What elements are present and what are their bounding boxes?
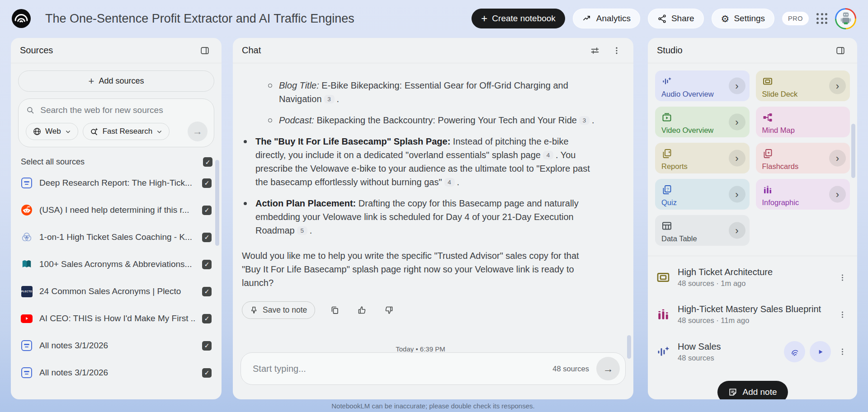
scrollbar-thumb[interactable]: [851, 124, 855, 178]
notebook-title[interactable]: The One-Sentence Profit Extractor and AI…: [45, 12, 354, 26]
thumbs-down-icon[interactable]: [381, 303, 396, 318]
studio-card-reports[interactable]: Reports ›: [655, 143, 750, 173]
app-header: The One-Sentence Profit Extractor and AI…: [0, 0, 868, 37]
source-row[interactable]: All notes 3/1/2026 ✓: [18, 359, 214, 386]
source-row[interactable]: 1-on-1 High Ticket Sales Coaching - K...…: [18, 224, 214, 251]
copy-icon[interactable]: [327, 303, 342, 318]
source-checkbox[interactable]: ✓: [202, 260, 212, 269]
youtube-source-icon: [21, 313, 33, 324]
sources-panel-title: Sources: [20, 45, 53, 56]
studio-card-slide-deck[interactable]: Slide Deck ›: [756, 70, 850, 101]
artifact-more-menu-icon[interactable]: [835, 344, 849, 360]
artifact-meta: 48 sources · 11m ago: [678, 316, 828, 325]
chevron-right-icon[interactable]: ›: [729, 78, 745, 94]
studio-card-video-overview[interactable]: Video Overview ›: [655, 107, 750, 137]
source-checkbox[interactable]: ✓: [202, 206, 212, 215]
studio-card-data-table[interactable]: Data Table ›: [655, 215, 750, 246]
source-count-label: 48 sources: [552, 365, 589, 373]
chevron-right-icon[interactable]: ›: [729, 114, 745, 131]
plus-icon: +: [481, 13, 487, 24]
citation-chip[interactable]: 4: [444, 178, 455, 187]
source-checkbox[interactable]: ✓: [202, 341, 212, 351]
chevron-right-icon[interactable]: ›: [829, 186, 846, 203]
source-checkbox[interactable]: ✓: [202, 368, 212, 378]
chevron-right-icon[interactable]: ›: [829, 78, 846, 94]
google-apps-grid-icon[interactable]: [816, 13, 827, 24]
citation-chip[interactable]: 3: [579, 116, 590, 125]
chevron-right-icon[interactable]: ›: [829, 150, 846, 167]
add-note-button[interactable]: Add note: [717, 381, 788, 399]
create-notebook-button[interactable]: + Create notebook: [472, 9, 565, 28]
research-mode-dropdown[interactable]: Fast Research: [83, 123, 170, 140]
source-checkbox[interactable]: ✓: [202, 287, 212, 296]
citation-chip[interactable]: 4: [543, 151, 553, 159]
check-icon: ✓: [205, 159, 211, 165]
chat-input[interactable]: [253, 364, 552, 374]
web-filter-dropdown[interactable]: Web: [26, 123, 78, 140]
add-sources-label: Add sources: [99, 76, 144, 86]
slide-deck-artifact-icon: [656, 270, 670, 285]
gear-icon: ⚙: [721, 14, 730, 23]
notebooklm-logo-icon[interactable]: [12, 9, 31, 28]
studio-card-audio-overview[interactable]: Audio Overview ›: [655, 70, 750, 101]
interactive-mode-button[interactable]: [784, 341, 805, 362]
fast-research-icon: [90, 127, 99, 136]
check-icon: ✓: [204, 180, 210, 186]
search-input[interactable]: [40, 105, 208, 115]
save-to-note-button[interactable]: Save to note: [242, 301, 315, 319]
play-button[interactable]: [810, 341, 831, 362]
studio-artifact-row[interactable]: High-Ticket Mastery Sales Blueprint 48 s…: [655, 300, 850, 329]
studio-artifact-row[interactable]: How Sales 48 sources: [655, 337, 850, 367]
artifact-meta: 48 sources: [678, 354, 779, 362]
settings-button[interactable]: ⚙ Settings: [712, 9, 774, 28]
citation-chip[interactable]: 3: [324, 95, 335, 103]
studio-card-infographic[interactable]: Infographic ›: [756, 179, 850, 210]
select-all-checkbox[interactable]: ✓: [203, 157, 212, 167]
search-submit-button[interactable]: →: [188, 122, 208, 141]
add-note-label: Add note: [742, 387, 777, 397]
book-source-icon: [21, 258, 33, 270]
arrow-right-icon: →: [193, 126, 203, 137]
source-row[interactable]: Deep Research Report: The High-Tick... ✓: [18, 169, 214, 197]
scrollbar-thumb[interactable]: [627, 335, 631, 359]
add-sources-button[interactable]: + Add sources: [18, 70, 214, 92]
source-row[interactable]: AI CEO: THIS is How I'd Make My First ..…: [18, 305, 214, 332]
source-row[interactable]: PLECTO 24 Common Sales Acronyms | Plecto…: [18, 278, 214, 305]
check-icon: ✓: [204, 370, 210, 376]
check-icon: ✓: [204, 261, 210, 267]
scrollbar-thumb[interactable]: [215, 160, 219, 246]
source-row[interactable]: 100+ Sales Acronyms & Abbreviations... ✓: [18, 251, 214, 278]
thumbs-up-icon[interactable]: [354, 303, 369, 318]
source-checkbox[interactable]: ✓: [202, 178, 212, 188]
chat-message: Blog Title: E-Bike Bikepacking: Essentia…: [233, 63, 633, 356]
source-checkbox[interactable]: ✓: [202, 233, 212, 242]
studio-artifact-row[interactable]: High Ticket Architecture 48 sources · 1m…: [655, 262, 850, 292]
artifact-more-menu-icon[interactable]: [835, 270, 849, 285]
studio-card-quiz[interactable]: ? Quiz ›: [655, 179, 750, 210]
studio-card-label: Mind Map: [762, 126, 844, 135]
analytics-button[interactable]: Analytics: [573, 9, 640, 28]
artifact-meta: 48 sources · 1m ago: [678, 279, 828, 288]
chevron-right-icon[interactable]: ›: [729, 150, 745, 167]
svg-text:?: ?: [666, 187, 669, 192]
chevron-right-icon[interactable]: ›: [729, 222, 745, 239]
source-row[interactable]: (USA) I need help determining if this r.…: [18, 197, 214, 224]
studio-card-mind-map[interactable]: Mind Map: [756, 107, 850, 137]
share-button[interactable]: Share: [648, 9, 704, 28]
share-label: Share: [671, 14, 694, 23]
collapse-panel-icon[interactable]: [833, 43, 848, 58]
globe-icon: [33, 127, 42, 136]
artifact-more-menu-icon[interactable]: [835, 307, 849, 322]
chat-settings-icon[interactable]: [587, 43, 603, 58]
chat-more-menu-icon[interactable]: [609, 43, 624, 58]
citation-chip[interactable]: 5: [297, 226, 307, 235]
collapse-panel-icon[interactable]: [197, 43, 212, 58]
source-title: 24 Common Sales Acronyms | Plecto: [39, 286, 195, 296]
chevron-right-icon[interactable]: ›: [729, 186, 745, 203]
avatar[interactable]: [835, 8, 856, 29]
source-row[interactable]: All notes 3/1/2026 ✓: [18, 332, 214, 359]
send-button[interactable]: →: [596, 357, 620, 380]
source-checkbox[interactable]: ✓: [202, 314, 212, 323]
chat-bullet: Action Plan Placement: Drafting the copy…: [242, 197, 599, 237]
studio-card-flashcards[interactable]: Flashcards ›: [756, 143, 850, 173]
